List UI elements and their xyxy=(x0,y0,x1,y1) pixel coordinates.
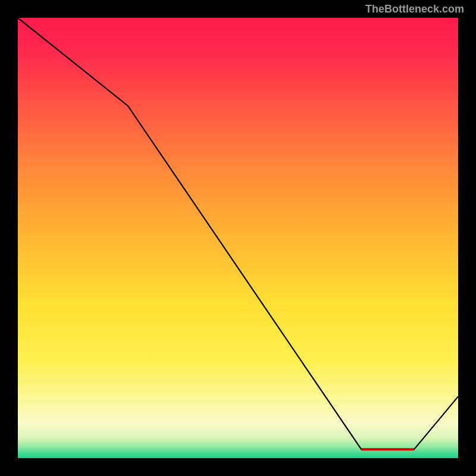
bottleneck-curve xyxy=(18,18,458,458)
plot-area xyxy=(18,18,458,458)
watermark-text: TheBottleneck.com xyxy=(365,3,464,15)
chart-container: TheBottleneck.com xyxy=(0,0,476,476)
